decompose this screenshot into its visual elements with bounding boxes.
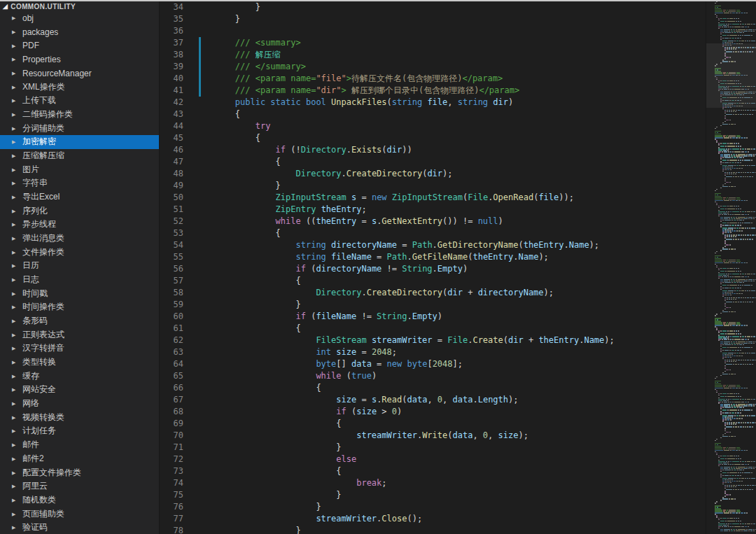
code-line[interactable]: 42 public static bool UnpackFiles(string… <box>160 97 706 108</box>
line-number[interactable]: 69 <box>160 418 195 430</box>
sidebar-item[interactable]: ▶异步线程 <box>0 218 159 232</box>
sidebar-item[interactable]: ▶条形码 <box>0 314 159 328</box>
line-number[interactable]: 45 <box>160 132 195 144</box>
line-number[interactable]: 42 <box>160 97 195 108</box>
line-number[interactable]: 77 <box>160 513 195 525</box>
sidebar-item[interactable]: ▶视频转换类 <box>0 410 159 424</box>
code-line[interactable]: 39 /// </summary> <box>160 61 706 73</box>
sidebar-item[interactable]: ▶packages <box>0 25 159 39</box>
sidebar-item[interactable]: ▶正则表达式 <box>0 328 159 342</box>
line-number[interactable]: 75 <box>160 489 195 501</box>
sidebar-item[interactable]: ▶字符串 <box>0 176 159 190</box>
code-line[interactable]: 45 { <box>160 132 706 144</box>
sidebar-item[interactable]: ▶网站安全 <box>0 383 159 397</box>
sidebar-item[interactable]: ▶上传下载 <box>0 94 159 108</box>
sidebar-item[interactable]: ▶二维码操作类 <box>0 108 159 122</box>
code-line[interactable]: 63 int size = 2048; <box>160 346 706 358</box>
sidebar-item[interactable]: ▶网络 <box>0 397 159 411</box>
sidebar-item[interactable]: ▶分词辅助类 <box>0 121 159 135</box>
sidebar-item[interactable]: ▶时间操作类 <box>0 300 159 314</box>
code-line[interactable]: 37 /// <summary> <box>160 37 706 49</box>
sidebar-item[interactable]: ▶PDF <box>0 38 159 52</box>
line-number[interactable]: 56 <box>160 263 195 275</box>
code-line[interactable]: 56 if (directoryName != String.Empty) <box>160 263 706 275</box>
sidebar-item[interactable]: ▶日志 <box>0 273 159 287</box>
sidebar-item[interactable]: ▶文件操作类 <box>0 245 159 259</box>
line-number[interactable]: 62 <box>160 335 195 346</box>
sidebar-item[interactable]: ▶缓存 <box>0 369 159 383</box>
code-line[interactable]: 50 ZipInputStream s = new ZipInputStream… <box>160 192 706 204</box>
code-line[interactable]: 66 { <box>160 382 706 394</box>
line-number[interactable]: 60 <box>160 311 195 323</box>
line-number[interactable]: 55 <box>160 251 195 263</box>
line-number[interactable]: 39 <box>160 61 195 73</box>
code-line[interactable]: 51 ZipEntry theEntry; <box>160 204 706 216</box>
code-line[interactable]: 49 } <box>160 180 706 192</box>
code-line[interactable]: 77 streamWriter.Close(); <box>160 513 706 525</box>
code-line[interactable]: 40 /// <param name="file">待解压文件名(包含物理路径)… <box>160 73 706 85</box>
code-line[interactable]: 52 while ((theEntry = s.GetNextEntry()) … <box>160 216 706 227</box>
code-line[interactable]: 65 while (true) <box>160 370 706 382</box>
code-line[interactable]: 48 Directory.CreateDirectory(dir); <box>160 168 706 180</box>
sidebar-item[interactable]: ▶类型转换 <box>0 356 159 370</box>
line-number[interactable]: 40 <box>160 73 195 85</box>
code-line[interactable]: 35 } <box>160 13 706 25</box>
line-number[interactable]: 64 <box>160 358 195 370</box>
code-line[interactable]: 62 FileStream streamWriter = File.Create… <box>160 335 706 346</box>
line-number[interactable]: 63 <box>160 346 195 358</box>
line-number[interactable]: 46 <box>160 144 195 156</box>
line-number[interactable]: 71 <box>160 442 195 454</box>
line-number[interactable]: 47 <box>160 156 195 168</box>
line-number[interactable]: 66 <box>160 382 195 394</box>
line-number[interactable]: 78 <box>160 525 195 534</box>
line-number[interactable]: 70 <box>160 430 195 442</box>
line-number[interactable]: 59 <box>160 299 195 311</box>
code-line[interactable]: 54 string directoryName = Path.GetDirect… <box>160 239 706 251</box>
sidebar-item[interactable]: ▶加密解密 <box>0 135 159 149</box>
line-number[interactable]: 37 <box>160 37 195 49</box>
code-line[interactable]: 44 try <box>160 120 706 132</box>
line-number[interactable]: 38 <box>160 49 195 61</box>
sidebar-item[interactable]: ▶日历 <box>0 259 159 273</box>
code-line[interactable]: 61 { <box>160 323 706 335</box>
sidebar-item[interactable]: ▶ResourceManager <box>0 66 159 80</box>
code-line[interactable]: 70 streamWriter.Write(data, 0, size); <box>160 430 706 442</box>
line-number[interactable]: 68 <box>160 406 195 418</box>
code-line[interactable]: 76 } <box>160 501 706 513</box>
line-number[interactable]: 65 <box>160 370 195 382</box>
line-number[interactable]: 36 <box>160 25 195 37</box>
sidebar-item[interactable]: ▶计划任务 <box>0 424 159 438</box>
line-number[interactable]: 53 <box>160 227 195 239</box>
code-line[interactable]: 59 } <box>160 299 706 311</box>
line-number[interactable]: 50 <box>160 192 195 204</box>
line-number[interactable]: 34 <box>160 1 195 13</box>
line-number[interactable]: 67 <box>160 394 195 406</box>
code-line[interactable]: 78 } <box>160 525 706 534</box>
code-line[interactable]: 60 if (fileName != String.Empty) <box>160 311 706 323</box>
sidebar-item[interactable]: ▶邮件 <box>0 438 159 452</box>
line-number[interactable]: 74 <box>160 477 195 489</box>
line-number[interactable]: 44 <box>160 120 195 132</box>
code-line[interactable]: 75 } <box>160 489 706 501</box>
code-line[interactable]: 64 byte[] data = new byte[2048]; <box>160 358 706 370</box>
sidebar-item[interactable]: ▶XML操作类 <box>0 80 159 94</box>
line-number[interactable]: 54 <box>160 239 195 251</box>
line-number[interactable]: 52 <box>160 216 195 227</box>
line-number[interactable]: 35 <box>160 13 195 25</box>
code-line[interactable]: 57 { <box>160 275 706 287</box>
code-line[interactable]: 47 { <box>160 156 706 168</box>
code-line[interactable]: 68 if (size > 0) <box>160 406 706 418</box>
explorer-root-folder[interactable]: ◢ COMMON.UTILITY <box>0 1 159 11</box>
sidebar-item[interactable]: ▶压缩解压缩 <box>0 149 159 163</box>
sidebar-item[interactable]: ▶验证码 <box>0 521 159 534</box>
sidebar-item[interactable]: ▶阿里云 <box>0 479 159 493</box>
line-number[interactable]: 41 <box>160 85 195 97</box>
code-line[interactable]: 41 /// <param name="dir"> 解压到哪个目录中(包含物理路… <box>160 85 706 97</box>
code-line[interactable]: 53 { <box>160 227 706 239</box>
sidebar-item[interactable]: ▶页面辅助类 <box>0 507 159 521</box>
minimap-viewport[interactable] <box>706 43 756 108</box>
code-line[interactable]: 55 string fileName = Path.GetFileName(th… <box>160 251 706 263</box>
line-number[interactable]: 43 <box>160 108 195 120</box>
line-number[interactable]: 73 <box>160 465 195 477</box>
code-line[interactable]: 67 size = s.Read(data, 0, data.Length); <box>160 394 706 406</box>
